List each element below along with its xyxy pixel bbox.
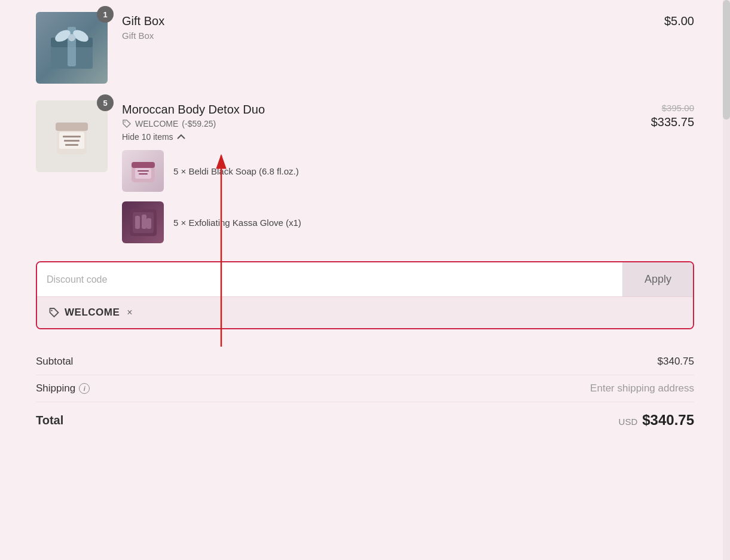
quantity-badge-5: 5 (97, 94, 114, 111)
summary-section: Subtotal $340.75 Shipping i Enter shippi… (36, 348, 694, 436)
total-label: Total (36, 414, 63, 427)
item-price-moroccan: $395.00 $335.75 (622, 100, 694, 129)
remove-discount-button[interactable]: × (127, 307, 133, 318)
shipping-value: Enter shipping address (590, 382, 694, 394)
summary-row-subtotal: Subtotal $340.75 (36, 348, 694, 375)
applied-discount-tag-row: WELCOME × (37, 297, 693, 328)
order-item-gift-box: 1 Gift Box Gift Box $5.00 (36, 12, 694, 84)
item-details-gift-box: Gift Box Gift Box (122, 12, 622, 44)
discount-tag-moroccan: WELCOME (-$59.25) (122, 119, 622, 128)
sub-item-soap: 5 × Beldi Black Soap (6.8 fl.oz.) (122, 150, 622, 192)
item-image-wrapper-gift-box: 1 (36, 12, 108, 84)
discount-section: Apply WELCOME × (36, 261, 694, 329)
sub-item-image-glove (122, 201, 164, 243)
svg-point-12 (124, 121, 126, 123)
svg-rect-14 (132, 162, 155, 168)
summary-row-total: Total USD $340.75 (36, 402, 694, 436)
subtotal-label: Subtotal (36, 356, 73, 368)
svg-rect-22 (146, 218, 151, 229)
soap-svg (127, 155, 160, 188)
item-image-wrapper-moroccan: 5 (36, 100, 108, 172)
apply-button[interactable]: Apply (622, 262, 693, 296)
glove-svg (127, 206, 160, 239)
applied-discount-badge: WELCOME × (48, 307, 133, 319)
svg-rect-17 (139, 173, 148, 175)
subtotal-value: $340.75 (658, 356, 694, 368)
svg-rect-20 (135, 216, 140, 229)
discount-code-moroccan: WELCOME (135, 119, 178, 128)
item-details-moroccan: Moroccan Body Detox Duo WELCOME (-$59.25… (122, 100, 622, 243)
svg-rect-9 (63, 136, 81, 137)
total-value: $340.75 (642, 412, 694, 429)
item-image-moroccan (36, 100, 108, 172)
sub-item-glove: 5 × Exfoliating Kassa Glove (x1) (122, 201, 622, 243)
item-subtitle-gift-box: Gift Box (122, 30, 622, 41)
total-right: USD $340.75 (619, 412, 694, 429)
discount-code-input[interactable] (37, 262, 622, 296)
svg-rect-11 (65, 144, 78, 146)
svg-rect-21 (142, 215, 146, 229)
sub-item-label-glove: 5 × Exfoliating Kassa Glove (x1) (173, 218, 301, 228)
hide-items-label: Hide 10 items (122, 132, 173, 142)
item-price-gift-box: $5.00 (622, 12, 694, 28)
tag-icon-moroccan (122, 119, 132, 128)
sub-item-label-soap: 5 × Beldi Black Soap (6.8 fl.oz.) (173, 166, 299, 176)
sub-item-image-soap (122, 150, 164, 192)
shipping-label-text: Shipping (36, 382, 75, 394)
currency-label: USD (619, 417, 638, 427)
item-name-moroccan: Moroccan Body Detox Duo (122, 103, 622, 117)
item-image-gift-box (36, 12, 108, 84)
quantity-badge-1: 1 (97, 6, 114, 23)
hide-items-toggle[interactable]: Hide 10 items (122, 132, 622, 142)
svg-rect-10 (64, 140, 80, 142)
svg-point-5 (68, 34, 75, 41)
price-gift-box: $5.00 (622, 14, 694, 28)
svg-point-25 (51, 310, 52, 311)
moroccan-svg (45, 109, 99, 163)
price-original-moroccan: $395.00 (622, 103, 694, 113)
chevron-up-icon (177, 134, 185, 140)
discount-input-row: Apply (37, 262, 693, 297)
discount-amount-moroccan: (-$59.25) (182, 119, 216, 128)
gift-box-svg (45, 21, 99, 75)
svg-rect-16 (138, 170, 149, 172)
svg-rect-7 (56, 123, 88, 131)
item-name-gift-box: Gift Box (122, 14, 622, 28)
discount-tag-icon (48, 307, 60, 319)
shipping-info-icon[interactable]: i (79, 383, 90, 394)
applied-code-label: WELCOME (65, 307, 120, 319)
sub-items-list: 5 × Beldi Black Soap (6.8 fl.oz.) (122, 150, 622, 243)
price-discounted-moroccan: $335.75 (622, 115, 694, 129)
shipping-label: Shipping i (36, 382, 90, 394)
summary-row-shipping: Shipping i Enter shipping address (36, 375, 694, 402)
order-item-moroccan: 5 Moroccan Body Detox Duo WELCOME (-$59.… (36, 100, 694, 243)
scrollbar[interactable] (723, 0, 730, 560)
scrollbar-thumb[interactable] (723, 0, 730, 120)
